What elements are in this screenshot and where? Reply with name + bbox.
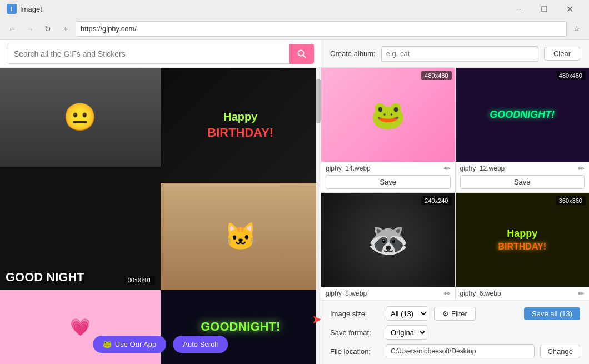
gallery-img-2[interactable]: GOODNIGHT! 480x480 [456, 68, 590, 162]
file-location-row: File location: Change [330, 342, 580, 361]
close-button[interactable]: ✕ [557, 0, 582, 18]
gif-item-cat[interactable]: 🐱 [161, 183, 321, 290]
gif-item-birthday[interactable]: Happy BIRTHDAY! [161, 68, 321, 183]
browser-toolbar: ← → ↻ + ☆ [0, 18, 589, 40]
auto-scroll-button[interactable]: Auto Scroll [173, 336, 228, 353]
image-size-select[interactable]: All (13) Small Medium Large [386, 306, 428, 321]
address-bar[interactable] [76, 21, 567, 37]
gallery-footer-2: giphy_12.webp ✏ [456, 162, 590, 175]
overlay-buttons: 🐸 Use Our App Auto Scroll [93, 336, 228, 353]
edit-button-4[interactable]: ✏ [578, 289, 585, 298]
imaget-pane: Create album: Clear 🐸 480x480 giphy_14.w… [321, 40, 589, 364]
save-button-2[interactable]: Save [460, 175, 585, 189]
gif-item-goodnight[interactable]: GOOD NIGHT 00:00:01 [0, 167, 161, 290]
gallery-footer-3: giphy_8.webp ✏ [321, 287, 455, 300]
gallery-item-2: GOODNIGHT! 480x480 giphy_12.webp ✏ Save [456, 68, 590, 192]
album-header: Create album: Clear [321, 40, 589, 68]
image-gallery: 🐸 480x480 giphy_14.webp ✏ Save GOODNIGHT… [321, 68, 589, 300]
use-app-icon: 🐸 [103, 340, 112, 348]
gif-timer: 00:00:01 [124, 276, 155, 285]
filter-button[interactable]: ⚙ Filter [434, 307, 476, 321]
app-icon: I [7, 4, 17, 14]
filename-2: giphy_12.webp [460, 164, 505, 172]
file-location-label: File location: [330, 347, 380, 356]
bottom-controls: Image size: All (13) Small Medium Large … [321, 300, 589, 364]
gif-item-person[interactable]: 😐 [0, 68, 161, 167]
save-button-1[interactable]: Save [326, 175, 451, 189]
create-album-label: Create album: [330, 49, 376, 58]
titlebar: I Imaget – □ ✕ [0, 0, 589, 18]
gif-grid: 😐 GOOD NIGHT 00:00:01 💗 [0, 68, 321, 364]
goodnight-text: GOOD NIGHT [6, 270, 84, 285]
gallery-footer-4: giphy_6.webp ✏ [456, 287, 590, 300]
album-input[interactable] [381, 46, 538, 62]
edit-button-3[interactable]: ✏ [444, 289, 451, 298]
gallery-item-1: 🐸 480x480 giphy_14.webp ✏ Save [321, 68, 455, 192]
file-location-input[interactable] [386, 344, 535, 358]
forward-button[interactable]: → [22, 21, 38, 37]
back-button[interactable]: ← [4, 21, 20, 37]
size-badge-4: 360x360 [556, 196, 586, 205]
new-tab-button[interactable]: + [58, 21, 73, 37]
filename-4: giphy_6.webp [460, 290, 501, 297]
happy-text: Happy [223, 111, 257, 123]
search-bar [0, 40, 321, 68]
window-controls: – □ ✕ [506, 0, 582, 18]
main-content: 😐 GOOD NIGHT 00:00:01 💗 [0, 40, 589, 364]
birthday-text: BIRTHDAY! [207, 126, 273, 140]
edit-button-1[interactable]: ✏ [444, 164, 451, 173]
arrow-icon: ➤ [312, 312, 321, 327]
save-format-select[interactable]: Original JPEG PNG WEBP [386, 325, 427, 340]
filter-icon: ⚙ [442, 310, 449, 318]
filename-3: giphy_8.webp [326, 290, 367, 297]
svg-point-0 [298, 50, 304, 56]
scroll-thumb[interactable] [316, 79, 321, 123]
size-badge-2: 480x480 [556, 71, 586, 80]
gif-item-pink[interactable]: 💗 [0, 290, 161, 364]
save-all-button[interactable]: Save all (13) [524, 307, 580, 320]
refresh-button[interactable]: ↻ [40, 21, 56, 37]
image-size-row: Image size: All (13) Small Medium Large … [330, 304, 580, 323]
gallery-img-4[interactable]: Happy BIRTHDAY! 360x360 [456, 193, 590, 287]
goodnighte-text: GOODNIGHT! [201, 320, 280, 334]
filename-1: giphy_14.webp [326, 164, 371, 172]
use-app-button[interactable]: 🐸 Use Our App [93, 336, 166, 353]
gallery-item-4: Happy BIRTHDAY! 360x360 giphy_6.webp ✏ [456, 193, 590, 300]
save-format-row: Save format: Original JPEG PNG WEBP [330, 323, 580, 342]
search-input[interactable] [7, 44, 289, 64]
gallery-item-3: 🦝 240x240 giphy_8.webp ✏ [321, 193, 455, 300]
search-button[interactable] [289, 44, 314, 64]
change-button[interactable]: Change [540, 345, 580, 358]
minimize-button[interactable]: – [506, 0, 531, 18]
gallery-footer-1: giphy_14.webp ✏ [321, 162, 455, 175]
gallery-img-3[interactable]: 🦝 240x240 [321, 193, 455, 287]
svg-line-1 [303, 55, 306, 58]
maximize-button[interactable]: □ [531, 0, 557, 18]
size-badge-1: 480x480 [421, 71, 451, 80]
bookmark-button[interactable]: ☆ [569, 21, 585, 37]
browser-pane: 😐 GOOD NIGHT 00:00:01 💗 [0, 40, 321, 364]
save-format-label: Save format: [330, 328, 380, 337]
clear-button[interactable]: Clear [544, 47, 580, 61]
image-size-label: Image size: [330, 310, 380, 318]
search-icon [297, 49, 307, 59]
size-badge-3: 240x240 [421, 196, 451, 205]
birthday-text-4: BIRTHDAY! [498, 242, 546, 252]
gif-item-goodnighte[interactable]: GOODNIGHT! ➤ [161, 290, 321, 364]
goodnight-label: GOODNIGHT! [490, 109, 555, 121]
edit-button-2[interactable]: ✏ [578, 164, 585, 173]
app-title: Imaget [20, 5, 506, 13]
gallery-img-1[interactable]: 🐸 480x480 [321, 68, 455, 162]
